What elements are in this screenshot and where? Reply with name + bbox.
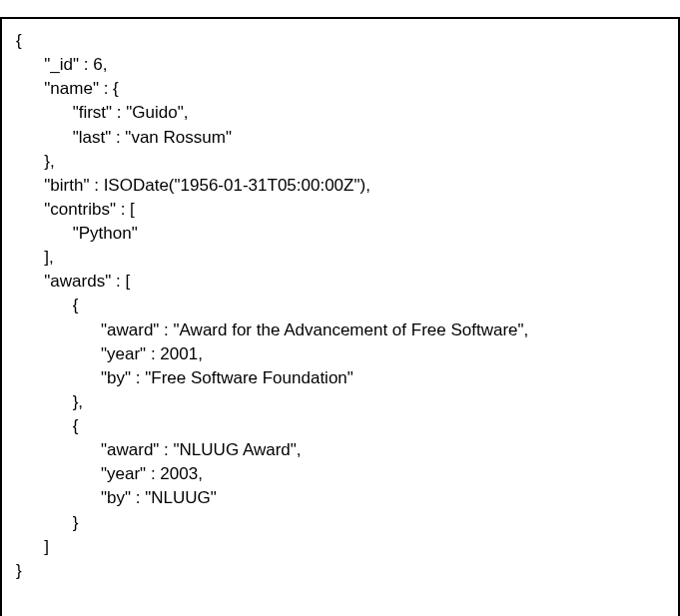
code-line: } xyxy=(16,561,22,580)
code-line: "contribs" : [ xyxy=(16,200,135,219)
code-line: "_id" : 6, xyxy=(16,55,107,74)
code-line: "birth" : ISODate("1956-01-31T05:00:00Z"… xyxy=(16,176,370,195)
code-line: { xyxy=(16,296,78,314)
code-line: { xyxy=(16,31,22,50)
code-line: "year" : 2001, xyxy=(16,344,203,363)
code-line: "year" : 2003, xyxy=(16,464,203,483)
code-line: "last" : "van Rossum" xyxy=(16,128,232,147)
code-line: "Python" xyxy=(16,224,138,243)
code-line: "award" : "Award for the Advancement of … xyxy=(16,320,528,339)
code-line: "name" : { xyxy=(16,79,119,98)
code-line: "awards" : [ xyxy=(16,272,130,291)
json-code-block: { "_id" : 6, "name" : { "first" : "Guido… xyxy=(0,17,680,616)
code-line: } xyxy=(16,513,78,532)
code-line: }, xyxy=(16,392,83,411)
code-line: }, xyxy=(16,152,55,171)
code-line: "by" : "Free Software Foundation" xyxy=(16,368,353,387)
code-line: ], xyxy=(16,248,54,267)
code-line: { xyxy=(16,416,78,435)
code-line: "first" : "Guido", xyxy=(16,103,188,122)
code-line: "award" : "NLUUG Award", xyxy=(16,440,302,459)
code-line: ] xyxy=(16,537,49,556)
code-line: "by" : "NLUUG" xyxy=(16,488,217,507)
